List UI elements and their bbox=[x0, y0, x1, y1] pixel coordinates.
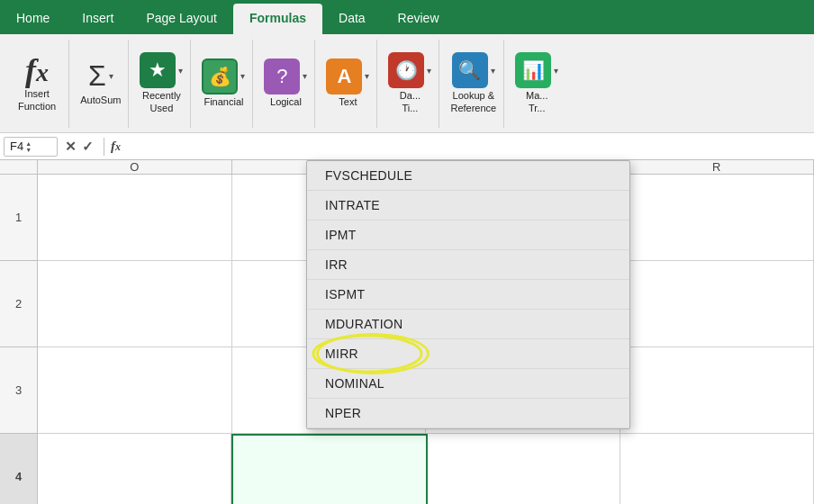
cell-O3[interactable] bbox=[38, 347, 232, 433]
autosum-label: AutoSum bbox=[80, 94, 121, 106]
row-header-4[interactable]: 4 bbox=[0, 434, 37, 504]
sigma-icon: Σ bbox=[88, 59, 106, 93]
insert-function-label: Insert Function bbox=[18, 88, 56, 112]
lookup-label: Lookup & Reference bbox=[450, 90, 496, 113]
cell-Q4[interactable] bbox=[428, 434, 621, 504]
ribbon-tabs: Home Insert Page Layout Formulas Data Re… bbox=[0, 0, 814, 34]
text-arrow[interactable]: ▾ bbox=[365, 71, 369, 81]
recently-used-arrow[interactable]: ▾ bbox=[178, 66, 183, 76]
cell-R4[interactable] bbox=[620, 434, 814, 504]
dropdown-item-mirr[interactable]: MIRR bbox=[307, 339, 629, 369]
cell-reference-value: F4 bbox=[10, 140, 23, 153]
insert-function-button[interactable]: fx Insert Function bbox=[13, 51, 61, 114]
financial-icon: 💰 bbox=[202, 58, 238, 94]
ribbon-bar: fx Insert Function Σ ▾ AutoSum ★ ▾ Recen… bbox=[0, 34, 814, 133]
cell-R3[interactable] bbox=[620, 347, 815, 433]
text-icon: A bbox=[326, 58, 362, 94]
row-header-3[interactable]: 3 bbox=[0, 347, 37, 434]
datetime-label: Da... Ti... bbox=[400, 90, 421, 113]
cell-O2[interactable] bbox=[38, 261, 232, 346]
tab-page-layout[interactable]: Page Layout bbox=[130, 4, 233, 34]
group-more: 📊 ▾ Ma... Tr... bbox=[508, 40, 565, 128]
tab-home[interactable]: Home bbox=[0, 4, 66, 34]
row-header-2[interactable]: 2 bbox=[0, 261, 37, 347]
group-financial: 💰 ▾ Financial bbox=[194, 40, 253, 128]
financial-dropdown: FVSCHEDULE INTRATE IPMT IRR ISPMT MDURAT… bbox=[306, 160, 630, 429]
text-button[interactable]: A ▾ Text bbox=[326, 58, 369, 108]
group-lookup: 🔍 ▾ Lookup & Reference bbox=[443, 40, 504, 128]
tab-insert[interactable]: Insert bbox=[66, 4, 130, 34]
more-icon: 📊 bbox=[515, 52, 551, 88]
dropdown-item-intrate[interactable]: INTRATE bbox=[307, 191, 629, 220]
logical-arrow[interactable]: ▾ bbox=[303, 71, 307, 81]
mirr-label: MIRR bbox=[325, 346, 358, 361]
cell-P4[interactable] bbox=[231, 434, 428, 504]
recently-used-label: Recently Used bbox=[142, 90, 181, 113]
cell-ref-spinner[interactable]: ▲ ▼ bbox=[25, 140, 32, 153]
autosum-button[interactable]: Σ ▾ AutoSum bbox=[80, 59, 121, 106]
fx-icon: fx bbox=[25, 54, 49, 86]
corner-cell bbox=[0, 160, 38, 174]
dropdown-item-nominal[interactable]: NOMINAL bbox=[307, 369, 629, 399]
row-header-1[interactable]: 1 bbox=[0, 175, 37, 261]
group-autosum: Σ ▾ AutoSum bbox=[73, 40, 129, 128]
tab-review[interactable]: Review bbox=[382, 4, 456, 34]
group-insert-function: fx Insert Function bbox=[5, 40, 69, 128]
formula-bar-divider bbox=[104, 138, 104, 156]
cell-O4[interactable] bbox=[38, 434, 231, 504]
group-recently-used: ★ ▾ Recently Used bbox=[132, 40, 191, 128]
more-label: Ma... Tr... bbox=[526, 90, 547, 113]
logical-label: Logical bbox=[270, 96, 302, 108]
cell-R2[interactable] bbox=[620, 261, 815, 346]
autosum-arrow[interactable]: ▾ bbox=[109, 71, 113, 81]
group-datetime: 🕐 ▾ Da... Ti... bbox=[381, 40, 439, 128]
dropdown-item-fvschedule[interactable]: FVSCHEDULE bbox=[307, 161, 629, 191]
financial-arrow[interactable]: ▾ bbox=[240, 71, 245, 81]
financial-label: Financial bbox=[204, 96, 243, 108]
cell-reference-box[interactable]: F4 ▲ ▼ bbox=[4, 137, 58, 157]
cell-R1[interactable] bbox=[620, 175, 815, 260]
dropdown-item-mduration[interactable]: MDURATION bbox=[307, 310, 629, 339]
lookup-button[interactable]: 🔍 ▾ Lookup & Reference bbox=[450, 52, 496, 113]
datetime-icon: 🕐 bbox=[388, 52, 424, 88]
spreadsheet: O P Q R 1 2 3 4 bbox=[0, 160, 814, 504]
grid-row-4 bbox=[38, 434, 814, 504]
star-icon: ★ bbox=[140, 52, 176, 88]
cancel-formula-icon[interactable]: ✕ bbox=[65, 139, 77, 155]
lookup-icon: 🔍 bbox=[452, 52, 488, 88]
more-arrow[interactable]: ▾ bbox=[554, 66, 558, 76]
formula-bar-icons: ✕ ✓ bbox=[65, 139, 94, 155]
more-button[interactable]: 📊 ▾ Ma... Tr... bbox=[515, 52, 558, 113]
financial-button[interactable]: 💰 ▾ Financial bbox=[202, 58, 245, 108]
datetime-arrow[interactable]: ▾ bbox=[427, 66, 431, 76]
datetime-button[interactable]: 🕐 ▾ Da... Ti... bbox=[388, 52, 431, 113]
col-header-R[interactable]: R bbox=[620, 160, 815, 174]
tab-formulas[interactable]: Formulas bbox=[233, 4, 322, 34]
cell-O1[interactable] bbox=[38, 175, 232, 260]
logical-button[interactable]: ? ▾ Logical bbox=[264, 58, 307, 108]
dropdown-item-ipmt[interactable]: IPMT bbox=[307, 220, 629, 250]
group-logical: ? ▾ Logical bbox=[257, 40, 315, 128]
dropdown-item-nper[interactable]: NPER bbox=[307, 399, 629, 428]
recently-used-button[interactable]: ★ ▾ Recently Used bbox=[140, 52, 183, 113]
dropdown-item-ispmt[interactable]: ISPMT bbox=[307, 280, 629, 310]
logical-icon: ? bbox=[264, 58, 300, 94]
formula-bar: F4 ▲ ▼ ✕ ✓ fx bbox=[0, 133, 814, 160]
col-header-O[interactable]: O bbox=[38, 160, 232, 174]
formula-input[interactable] bbox=[124, 140, 810, 153]
text-label: Text bbox=[339, 96, 357, 108]
row-headers: 1 2 3 4 bbox=[0, 175, 38, 504]
tab-data[interactable]: Data bbox=[322, 4, 382, 34]
fx-formula-bar-icon[interactable]: fx bbox=[111, 139, 121, 154]
lookup-arrow[interactable]: ▾ bbox=[491, 66, 495, 76]
group-text: A ▾ Text bbox=[319, 40, 377, 128]
dropdown-item-irr[interactable]: IRR bbox=[307, 250, 629, 280]
confirm-formula-icon[interactable]: ✓ bbox=[82, 139, 94, 155]
